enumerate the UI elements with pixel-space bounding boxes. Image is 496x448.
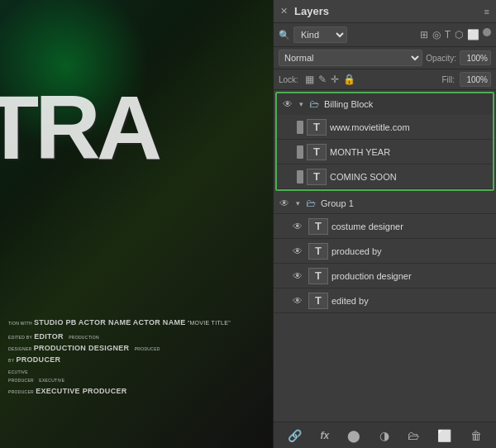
billing-block-header[interactable]: 👁 ▾ 🗁 Billing Block [277, 93, 493, 115]
opacity-label: Opacity: [426, 54, 456, 63]
layer-thumb: T [308, 268, 328, 284]
lock-checkerboard-icon[interactable]: ▦ [305, 74, 314, 85]
group1-expand-icon[interactable]: ▾ [292, 199, 303, 207]
filter-adjust-icon[interactable]: ◎ [432, 28, 441, 41]
credit-line-3: ECUTIVEPRODUCER EXECUTIVEPRODUCER EXECUT… [8, 368, 273, 397]
poster-credits: tion with STUDIO PB ACTOR NAME ACTOR NAM… [8, 317, 273, 398]
layer-name: www.movietitle.com [330, 122, 489, 132]
search-icon: 🔍 [279, 30, 290, 41]
credit-line-1: tion with STUDIO PB ACTOR NAME ACTOR NAM… [8, 317, 273, 328]
layer-eye-icon[interactable]: 👁 [290, 270, 305, 282]
layer-thumb: T [308, 218, 328, 235]
adjustment-button[interactable]: ◑ [377, 427, 392, 445]
group1-header[interactable]: 👁 ▾ 🗁 Group 1 [274, 193, 496, 214]
panel-menu-button[interactable]: ≡ [484, 7, 489, 17]
layer-list: 👁 ▾ 🗁 Billing Block T www.movietitle.com… [274, 90, 496, 422]
layer-eye-icon[interactable]: 👁 [290, 295, 305, 307]
filter-shape-icon[interactable]: ⬡ [454, 28, 464, 41]
filter-dot-icon[interactable] [483, 28, 491, 36]
lock-row: Lock: ▦ ✎ ✛ 🔒 Fill: [274, 69, 496, 90]
layer-color-chip [297, 121, 303, 134]
filter-smart-icon[interactable]: ⬜ [466, 28, 480, 41]
layer-item[interactable]: 👁 T costume designer [274, 214, 496, 239]
layer-eye-icon[interactable]: 👁 [290, 221, 305, 232]
kind-select[interactable]: Kind [293, 26, 347, 43]
layer-name: costume designer [331, 222, 493, 231]
lock-all-icon[interactable]: 🔒 [343, 74, 355, 85]
layer-color-chip [297, 170, 303, 183]
fill-label: Fill: [441, 75, 455, 84]
layer-name: produced by [331, 246, 493, 256]
group1-eye-icon[interactable]: 👁 [277, 198, 292, 209]
layer-name: edited by [331, 296, 493, 306]
lock-brush-icon[interactable]: ✎ [318, 74, 327, 85]
group1-folder-icon: 🗁 [303, 198, 318, 209]
layer-item[interactable]: 👁 T produced by [274, 239, 496, 264]
layer-item[interactable]: T www.movietitle.com [277, 115, 493, 140]
layer-name: production designer [331, 271, 493, 281]
billing-block-eye-icon[interactable]: 👁 [280, 98, 295, 110]
trash-button[interactable]: 🗑 [468, 427, 484, 445]
filter-image-icon[interactable]: ⊞ [419, 28, 429, 41]
layer-item[interactable]: T MONTH YEAR [277, 140, 493, 164]
opacity-input[interactable] [460, 50, 491, 65]
layer-thumb: T [307, 144, 327, 160]
folder-button[interactable]: 🗁 [405, 427, 422, 445]
layer-name: MONTH YEAR [330, 147, 489, 157]
group1-name: Group 1 [318, 198, 493, 208]
filter-text-icon[interactable]: T [444, 28, 451, 41]
credit-line-2: EDITED BY EDITOR PRODUCTIONDESIGNER PROD… [8, 331, 273, 366]
layers-panel: ✕ Layers ≡ 🔍 Kind ⊞ ◎ T ⬡ ⬜ Normal Opaci… [273, 0, 496, 448]
panel-header: ✕ Layers ≡ [274, 0, 496, 23]
lock-icons: ▦ ✎ ✛ 🔒 [305, 74, 355, 85]
blend-mode-select[interactable]: Normal [279, 50, 422, 66]
layer-item[interactable]: 👁 T edited by [274, 288, 496, 313]
lock-move-icon[interactable]: ✛ [331, 74, 339, 85]
layer-thumb: T [307, 169, 327, 185]
panel-toolbar: 🔗 fx ⬤ ◑ 🗁 ⬜ 🗑 [274, 422, 496, 448]
layer-thumb: T [308, 243, 328, 260]
layer-thumb: T [308, 293, 328, 309]
lock-label: Lock: [279, 75, 298, 84]
filter-icons: ⊞ ◎ T ⬡ ⬜ [419, 28, 491, 41]
layer-thumb: T [307, 119, 327, 136]
panel-title: Layers [288, 5, 484, 17]
fx-button[interactable]: fx [317, 427, 331, 444]
blend-row: Normal Opacity: [274, 47, 496, 69]
layer-item[interactable]: T COMING SOON [277, 164, 493, 189]
artboard-button[interactable]: ⬜ [435, 427, 454, 445]
billing-block-name: Billing Block [322, 99, 489, 109]
layer-color-chip [297, 145, 303, 159]
billing-block-expand-icon[interactable]: ▾ [295, 100, 307, 108]
billing-block-container: 👁 ▾ 🗁 Billing Block T www.movietitle.com… [275, 92, 494, 191]
layer-name: COMING SOON [330, 172, 489, 182]
close-button[interactable]: ✕ [280, 6, 288, 17]
billing-block-folder-icon: 🗁 [307, 98, 322, 110]
layer-item[interactable]: 👁 T production designer [274, 264, 496, 288]
link-button[interactable]: 🔗 [285, 427, 304, 445]
poster-area: TRA tion with STUDIO PB ACTOR NAME ACTOR… [0, 0, 273, 448]
filter-row: 🔍 Kind ⊞ ◎ T ⬡ ⬜ [274, 23, 496, 47]
layer-eye-icon[interactable]: 👁 [290, 245, 305, 257]
poster-title: TRA [0, 74, 158, 179]
fill-input[interactable] [460, 72, 491, 87]
mask-button[interactable]: ⬤ [345, 427, 363, 445]
